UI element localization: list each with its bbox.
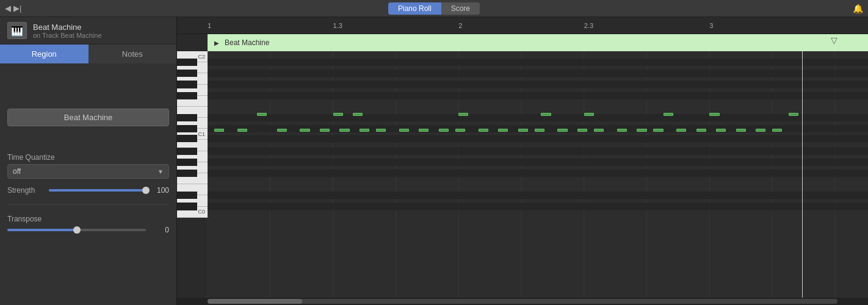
svg-rect-15 (208, 81, 868, 88)
timeline-mark-2: 2 (458, 22, 462, 29)
svg-rect-24 (208, 203, 868, 210)
toolbar-right-icons: 🔔 (853, 4, 863, 13)
region-tab[interactable]: Region (0, 45, 89, 63)
notes-tab[interactable]: Notes (89, 45, 177, 63)
region-play-button[interactable]: ▶ (212, 38, 221, 47)
svg-rect-16 (208, 92, 868, 99)
piano-roll-area: 1 1.3 2 2.3 3 ▶ Beat Machine ▽ C2 (177, 17, 868, 305)
grid-vertical-lines (208, 51, 868, 298)
piano-key-db1 (177, 125, 197, 132)
midi-note (716, 129, 726, 132)
midi-note (653, 129, 663, 132)
piano-key-eb1 (177, 114, 197, 121)
midi-note (339, 129, 349, 132)
main-content: 🎹 Beat Machine on Track Beat Machine Reg… (0, 17, 868, 305)
panel-body: Beat Machine Time Quantize off ▼ Strengt… (0, 63, 176, 305)
time-quantize-section: Time Quantize off ▼ (7, 153, 169, 179)
playhead (802, 51, 803, 298)
midi-note (789, 113, 798, 116)
transpose-value: 0 (151, 226, 169, 234)
svg-rect-22 (208, 170, 868, 177)
timeline-mark-3: 3 (709, 22, 713, 29)
midi-note (257, 113, 267, 116)
piano-key-b0 (177, 135, 197, 142)
time-quantize-value: off (13, 167, 21, 176)
midi-note (637, 129, 646, 132)
transpose-slider[interactable] (7, 229, 146, 231)
horizontal-scrollbar (177, 298, 868, 305)
piano-grid-container: C2 C1 (177, 51, 868, 298)
chevron-down-icon: ▼ (157, 168, 164, 175)
strength-label: Strength (7, 186, 44, 195)
svg-rect-20 (208, 148, 868, 155)
back-icon[interactable]: ◀ (5, 4, 11, 13)
midi-note (535, 129, 544, 132)
midi-note (419, 129, 429, 132)
midi-note (353, 113, 363, 116)
region-bar: ▶ Beat Machine ▽ (208, 34, 868, 51)
midi-note (455, 129, 465, 132)
piano-key-db0 (177, 203, 197, 210)
top-toolbar: ◀ ▶| Piano Roll Score 🔔 (0, 0, 868, 17)
piano-keys: C2 C1 (177, 51, 208, 298)
midi-note (676, 129, 686, 132)
midi-note (617, 129, 627, 132)
svg-rect-23 (208, 192, 868, 199)
region-name-button[interactable]: Beat Machine (7, 109, 169, 126)
note-grid[interactable] (208, 51, 868, 298)
transpose-section: Transpose 0 (7, 215, 169, 234)
strength-row: Strength 100 (7, 186, 169, 195)
transpose-row: 0 (7, 226, 169, 234)
timeline-mark-1-3: 1.3 (333, 22, 342, 29)
midi-note (736, 129, 746, 132)
midi-note (300, 129, 309, 132)
piano-key-gb0 (177, 170, 197, 177)
midi-note (664, 113, 673, 116)
timeline-mark-2-3: 2.3 (584, 22, 593, 29)
midi-note (376, 129, 386, 132)
piano-key-gb1 (177, 92, 197, 99)
midi-note (594, 129, 604, 132)
midi-note (709, 113, 719, 116)
time-quantize-label: Time Quantize (7, 153, 169, 162)
svg-rect-17 (208, 114, 868, 121)
piano-key-ab1 (177, 81, 197, 88)
midi-note (214, 129, 224, 132)
scrollbar-track[interactable] (208, 299, 837, 304)
panel-title-group: Beat Machine on Track Beat Machine (33, 23, 102, 39)
panel-title: Beat Machine (33, 23, 102, 32)
midi-note (541, 113, 551, 116)
section-divider (7, 204, 169, 205)
midi-note (439, 129, 449, 132)
time-quantize-dropdown[interactable]: off ▼ (7, 164, 169, 179)
midi-note (277, 129, 287, 132)
forward-to-icon[interactable]: ▶| (13, 4, 21, 13)
instrument-icon: 🎹 (7, 22, 27, 39)
transpose-label: Transpose (7, 215, 169, 223)
midi-note (237, 129, 247, 132)
piano-roll-tab[interactable]: Piano Roll (388, 2, 441, 15)
midi-note (772, 129, 782, 132)
region-end-marker: ▽ (830, 34, 837, 51)
score-tab[interactable]: Score (441, 2, 480, 15)
midi-note (584, 113, 594, 116)
timeline-mark-1: 1 (208, 22, 211, 29)
timeline-header: 1 1.3 2 2.3 3 (177, 17, 868, 34)
midi-note (458, 113, 468, 116)
midi-note (333, 113, 343, 116)
midi-note (498, 129, 508, 132)
piano-key-eb0 (177, 192, 197, 199)
svg-rect-14 (208, 70, 868, 77)
strength-value: 100 (151, 186, 169, 195)
piano-key-b1 (177, 59, 197, 66)
midi-note (557, 129, 567, 132)
panel-header: 🎹 Beat Machine on Track Beat Machine (0, 17, 176, 45)
piano-key-ab0 (177, 159, 197, 166)
svg-rect-13 (208, 59, 868, 66)
scrollbar-thumb[interactable] (208, 299, 302, 304)
midi-note (756, 129, 765, 132)
panel-tabs: Region Notes (0, 45, 176, 63)
strength-slider[interactable] (49, 189, 146, 192)
midi-note (696, 129, 706, 132)
midi-note (399, 129, 409, 132)
